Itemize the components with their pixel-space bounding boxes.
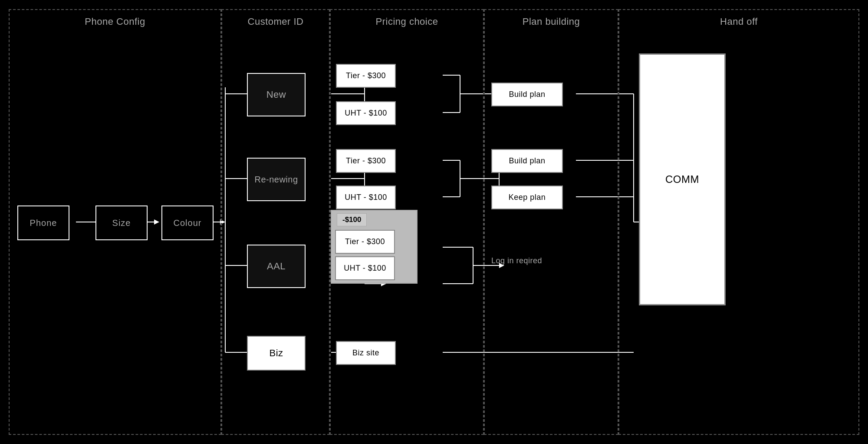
tier-300-aal: Tier - $300 — [335, 230, 395, 254]
section-plan-building: Plan building Build plan Build plan Keep… — [484, 9, 618, 435]
tier-300-new: Tier - $300 — [336, 64, 396, 88]
phone-box: Phone — [17, 205, 69, 240]
uht-100-aal: UHT - $100 — [335, 256, 395, 280]
uht-100-renewing: UHT - $100 — [336, 186, 396, 209]
aal-discount-group: -$100 Tier - $300 UHT - $100 — [331, 210, 418, 284]
section-phone-config: Phone Config Phone Size Colour — [9, 9, 221, 435]
aal-box: AAL — [247, 245, 306, 288]
new-box: New — [247, 73, 306, 116]
hand-off-title: Hand off — [720, 16, 758, 27]
diagram-root: Phone Config Phone Size Colour Customer … — [9, 9, 859, 435]
section-pricing-choice: Pricing choice Tier - $300 UHT - $100 Ti… — [330, 9, 484, 435]
discount-badge: -$100 — [337, 213, 367, 226]
section-hand-off: Hand off COMM — [618, 9, 859, 435]
size-box: Size — [95, 205, 148, 240]
comm-box: COMM — [639, 53, 726, 305]
renewing-box: Re-newing — [247, 158, 306, 201]
log-in-required-text: Log in reqired — [491, 256, 542, 265]
colour-box: Colour — [161, 205, 214, 240]
phone-config-title: Phone Config — [85, 16, 145, 27]
keep-plan-box: Keep plan — [491, 186, 563, 209]
build-plan-2: Build plan — [491, 149, 563, 173]
section-customer-id: Customer ID New Re-newing AAL Biz — [221, 9, 330, 435]
customer-id-title: Customer ID — [248, 16, 304, 27]
biz-site-box: Biz site — [336, 341, 396, 365]
pricing-choice-title: Pricing choice — [376, 16, 438, 27]
plan-building-title: Plan building — [523, 16, 580, 27]
uht-100-new: UHT - $100 — [336, 101, 396, 125]
build-plan-1: Build plan — [491, 83, 563, 106]
tier-300-renewing: Tier - $300 — [336, 149, 396, 173]
biz-box: Biz — [247, 336, 306, 371]
